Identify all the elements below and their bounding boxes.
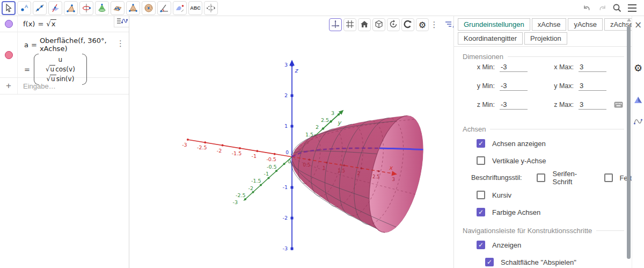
kursiv-checkbox[interactable]: ✓ <box>477 191 485 199</box>
restore-view-icon <box>403 19 413 31</box>
svg-text:-1.5: -1.5 <box>232 150 242 156</box>
graphics-settings-button[interactable]: ⚙ <box>416 18 429 31</box>
z-max-field[interactable] <box>579 100 606 110</box>
redo-icon[interactable] <box>596 2 609 15</box>
tab-grundeinstellungen[interactable]: Grundeinstellungen <box>458 18 530 31</box>
circle-axis-tool-icon <box>81 3 92 13</box>
algebra-row-f[interactable]: f(x) = √x <box>0 16 129 32</box>
z-min-field[interactable] <box>500 100 528 110</box>
settings-panel: Grundeinstellungen xAchse yAchse zAchse … <box>453 16 632 268</box>
settings-tabs: Grundeinstellungen xAchse yAchse zAchse … <box>454 16 632 45</box>
navigation-anzeigen-checkbox[interactable]: ✓ <box>477 241 485 249</box>
symbolic-toggle-icon <box>116 17 128 27</box>
rotate-view-button[interactable] <box>387 18 400 31</box>
search-icon[interactable] <box>611 2 624 15</box>
algebra-input-row[interactable]: + <box>0 78 129 95</box>
scrollbar-thumb[interactable] <box>627 26 631 259</box>
settings-gear-icon[interactable]: ⚙ <box>632 62 644 74</box>
point-tool-button[interactable]: A <box>17 1 31 15</box>
pyramid-icon[interactable] <box>632 94 644 106</box>
graphics-more-button[interactable]: ⋮ <box>430 18 438 31</box>
svg-text:3: 3 <box>284 62 288 68</box>
close-icon[interactable]: × <box>632 19 644 31</box>
angle-tool-button[interactable] <box>157 1 171 15</box>
cone-tool-button[interactable] <box>95 1 109 15</box>
tab-xachse[interactable]: xAchse <box>532 18 567 31</box>
svg-text:-1.5: -1.5 <box>251 178 261 184</box>
beschriftungsstil-row: Beschriftungsstil: ✓ Serifen-Schrift ✓ F… <box>454 169 632 186</box>
object-color-dot-f <box>5 20 13 28</box>
grid-icon <box>345 19 355 31</box>
svg-text:-2.5: -2.5 <box>197 144 207 150</box>
achsen-anzeigen-checkbox[interactable]: ✓ <box>477 139 485 148</box>
move-tool-button[interactable] <box>2 1 16 15</box>
y-max-field[interactable] <box>579 82 606 91</box>
object-visibility-toggle-f[interactable] <box>0 16 18 32</box>
svg-text:-1: -1 <box>252 153 257 159</box>
plane-tool-icon <box>112 3 123 13</box>
standard-view-button[interactable] <box>358 18 371 31</box>
circle-axis-tool-button[interactable] <box>79 1 93 15</box>
tab-projektion[interactable]: Projektion <box>524 32 567 45</box>
x-max-field[interactable] <box>579 63 606 72</box>
checkbox-row-vertikale-y: ✓ Vertikale y-Achse <box>477 152 632 169</box>
svg-text:3: 3 <box>392 177 394 182</box>
algebra-row-surface[interactable]: a = Oberfläche(f, 360°, xAchse) = u √u c… <box>0 32 129 78</box>
pyramid-tool-button[interactable] <box>126 1 140 15</box>
serifen-schrift-checkbox[interactable]: ✓ <box>537 173 545 182</box>
rotate-view-tool-button[interactable] <box>204 1 218 15</box>
svg-text:0: 0 <box>286 150 289 155</box>
cone-tool-icon <box>97 3 107 13</box>
x-min-field[interactable] <box>500 63 528 72</box>
line-tool-button[interactable] <box>33 1 47 15</box>
vertikale-y-achse-checkbox[interactable]: ✓ <box>477 156 485 165</box>
svg-text:-2: -2 <box>248 185 253 191</box>
fett-checkbox[interactable]: ✓ <box>604 173 613 182</box>
intersect-tool-button[interactable] <box>48 1 62 15</box>
keyboard-icon[interactable] <box>614 102 623 110</box>
row-options-kebab-icon[interactable]: ⋮ <box>116 39 125 48</box>
sphere-tool-icon <box>143 3 154 13</box>
restore-view-button[interactable] <box>401 18 414 31</box>
checkbox-row-kursiv: ✓ Kursiv <box>477 186 632 204</box>
undo-icon[interactable] <box>581 2 594 15</box>
section-navigationsleiste: Navigationsleiste für Konstruktionsschri… <box>463 227 624 235</box>
svg-text:-3: -3 <box>182 142 187 148</box>
polygon-tool-button[interactable] <box>64 1 78 15</box>
point-tool-icon: A <box>19 3 30 13</box>
rotate-view-icon <box>389 19 398 31</box>
svg-text:-0.5: -0.5 <box>267 164 277 170</box>
scroll-up-icon[interactable] <box>627 18 631 21</box>
formula-f: f(x) = √x <box>18 16 129 32</box>
svg-text:2.5: 2.5 <box>321 117 329 123</box>
svg-text:0.5: 0.5 <box>303 162 311 168</box>
rotate-view-tool-icon <box>206 3 216 13</box>
svg-text:-1: -1 <box>264 171 269 177</box>
show-grid-button[interactable] <box>343 18 356 31</box>
abspielen-checkbox[interactable]: ✓ <box>485 258 494 266</box>
plane-tool-button[interactable] <box>111 1 125 15</box>
sphere-tool-button[interactable] <box>142 1 156 15</box>
text-tool-button[interactable]: ABC <box>188 1 202 15</box>
move-tool-icon <box>3 3 14 13</box>
angle-tool-icon <box>159 3 170 13</box>
y-min-field[interactable] <box>500 82 528 91</box>
graphics-3d-view[interactable]: -0.5-1-1.5-2-2.5-3-0.5-1-1.5-2-2.5-31.5-… <box>129 16 453 268</box>
home-icon <box>360 19 369 31</box>
farbige-achsen-checkbox[interactable]: ✓ <box>477 208 485 216</box>
function-curve-icon[interactable] <box>632 115 644 127</box>
right-icon-strip: × ⚙ <box>632 16 644 268</box>
symbolic-toggle-button[interactable] <box>114 16 129 27</box>
3d-scene-canvas[interactable]: -0.5-1-1.5-2-2.5-3-0.5-1-1.5-2-2.5-31.5-… <box>129 16 453 268</box>
intersect-tool-icon <box>50 3 61 13</box>
main-toolbar: A ABC <box>0 0 644 16</box>
algebra-input[interactable] <box>23 82 109 90</box>
tab-yachse[interactable]: yAchse <box>568 18 603 31</box>
object-visibility-toggle-a[interactable] <box>0 32 18 77</box>
section-dimensionen: Dimensionen <box>463 53 624 61</box>
menu-icon[interactable] <box>626 2 639 15</box>
reflect-tool-button[interactable] <box>173 1 187 15</box>
view-direction-button[interactable] <box>372 18 385 31</box>
tab-koordinatengitter[interactable]: Koordinatengitter <box>458 32 523 45</box>
show-axes-button[interactable] <box>329 18 342 31</box>
